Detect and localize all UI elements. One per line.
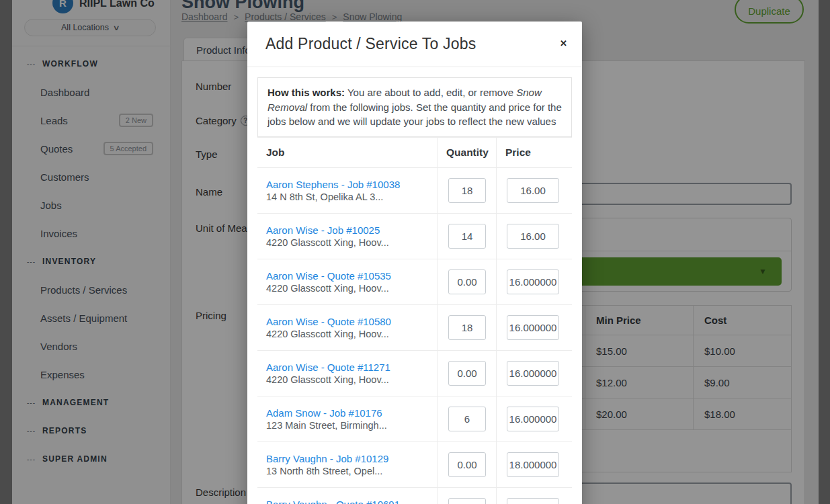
job-link[interactable]: Aaron Wise - Quote #10580	[266, 316, 391, 327]
add-product-service-modal: Add Product / Service To Jobs ✕ How this…	[247, 22, 582, 504]
jobs-table: Job Quantity Price Aaron Stephens - Job …	[257, 137, 572, 504]
price-input[interactable]	[507, 315, 559, 340]
how-this-works-note: How this works: You are about to add, ed…	[257, 77, 572, 137]
job-address: 13 North 8th Street, Opel...	[266, 466, 382, 476]
quantity-input[interactable]	[448, 224, 486, 249]
job-row: Barry Vaughn - Quote #1069113 North 8th …	[257, 488, 572, 504]
job-row: Aaron Wise - Quote #105354220 Glasscott …	[257, 259, 572, 305]
job-address: 4220 Glasscott Xing, Hoov...	[266, 237, 389, 248]
job-link[interactable]: Aaron Wise - Quote #10535	[266, 270, 391, 282]
modal-title: Add Product / Service To Jobs	[265, 35, 476, 53]
job-row: Aaron Stephens - Job #1003814 N 8th St, …	[257, 168, 572, 214]
job-address: 4220 Glasscott Xing, Hoov...	[266, 374, 389, 385]
job-link[interactable]: Aaron Stephens - Job #10038	[266, 179, 400, 190]
price-input[interactable]	[507, 407, 559, 431]
price-input[interactable]	[507, 178, 559, 203]
price-input[interactable]	[507, 498, 559, 504]
job-link[interactable]: Barry Vaughn - Job #10129	[266, 453, 388, 464]
col-price: Price	[496, 138, 572, 167]
col-job: Job	[257, 138, 437, 167]
job-row: Aaron Wise - Quote #112714220 Glasscott …	[257, 351, 572, 396]
job-link[interactable]: Aaron Wise - Job #10025	[266, 224, 380, 236]
note-text-2: from the following jobs. Set the quantit…	[267, 101, 562, 128]
jobs-table-header: Job Quantity Price	[257, 138, 572, 168]
job-address: 14 N 8th St, Opelika AL 3...	[266, 192, 383, 202]
job-row: Adam Snow - Job #10176123 Main Street, B…	[257, 396, 572, 442]
job-link[interactable]: Aaron Wise - Quote #11271	[266, 362, 390, 373]
job-address: 4220 Glasscott Xing, Hoov...	[266, 329, 389, 339]
job-link[interactable]: Barry Vaughn - Quote #10691	[266, 499, 400, 504]
job-link[interactable]: Adam Snow - Job #10176	[266, 407, 382, 419]
price-input[interactable]	[507, 269, 559, 294]
note-text-1: You are about to add, edit, or remove	[345, 87, 516, 98]
quantity-input[interactable]	[448, 407, 486, 431]
quantity-input[interactable]	[448, 498, 486, 504]
job-address: 4220 Glasscott Xing, Hoov...	[266, 283, 389, 294]
job-row: Aaron Wise - Job #100254220 Glasscott Xi…	[257, 214, 572, 259]
col-quantity: Quantity	[437, 138, 496, 167]
quantity-input[interactable]	[448, 361, 486, 386]
job-address: 123 Main Street, Birmingh...	[266, 420, 387, 431]
modal-header: Add Product / Service To Jobs ✕	[247, 22, 582, 67]
job-row: Aaron Wise - Quote #105804220 Glasscott …	[257, 305, 572, 351]
job-row: Barry Vaughn - Job #1012913 North 8th St…	[257, 442, 572, 488]
quantity-input[interactable]	[448, 315, 486, 340]
quantity-input[interactable]	[448, 269, 486, 294]
price-input[interactable]	[507, 452, 559, 477]
price-input[interactable]	[507, 361, 559, 386]
quantity-input[interactable]	[448, 452, 486, 477]
modal-body: How this works: You are about to add, ed…	[247, 67, 582, 504]
price-input[interactable]	[507, 224, 559, 249]
note-strong: How this works:	[267, 87, 345, 98]
close-icon[interactable]: ✕	[556, 38, 571, 49]
quantity-input[interactable]	[448, 178, 486, 203]
